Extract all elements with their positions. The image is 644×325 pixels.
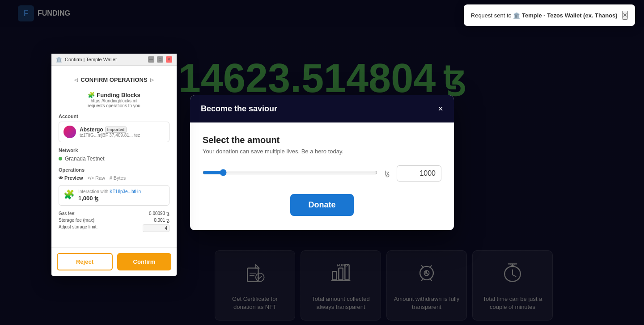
toast-text: Request sent to 🏛️ Temple - Tezos Wallet… [471, 12, 618, 19]
confirm-button[interactable]: Confirm [117, 253, 171, 270]
funding-blocks-req: requests operations to you [59, 103, 169, 108]
ops-item-icon: 🧩 [64, 189, 75, 200]
network-name: Granada Testnet [65, 156, 105, 162]
toast-wallet-name: Temple - Tezos Wallet (ex. Thanos) [522, 12, 618, 19]
saviour-select-label: Select the amount [203, 135, 441, 145]
fees-section: Gas fee: 0.00093 ꜩ Storage fee (max): 0.… [59, 210, 169, 233]
op-contract-link[interactable]: KT18p3e...btHn [110, 189, 141, 194]
gas-fee-label: Gas fee: [59, 211, 76, 216]
ops-item-content: Interaction with KT18p3e...btHn 1,000 ꜩ [78, 189, 165, 202]
network-section-label: Network [59, 148, 169, 153]
ops-tab-raw[interactable]: </> Raw [88, 175, 105, 181]
temple-titlebar: 🏛️ Confirm | Temple Wallet — □ ✕ [51, 54, 177, 66]
tez-icon: ꜩ [385, 169, 390, 177]
reject-button[interactable]: Reject [57, 253, 113, 270]
imported-badge: Imported [105, 127, 127, 133]
operation-item: 🧩 Interaction with KT18p3e...btHn 1,000 … [59, 185, 169, 206]
saviour-header: Become the saviour × [190, 95, 454, 122]
confirm-ops-label: CONFIRM OPERATIONS [80, 76, 147, 83]
adjust-storage-row: Adjust storage limit: [59, 224, 169, 233]
titlebar-minimize[interactable]: — [148, 56, 154, 63]
toast-message: Request sent to [471, 12, 512, 19]
operations-section-label: Operations [59, 167, 169, 173]
account-section-label: Account [59, 114, 169, 119]
temple-footer: Reject Confirm [51, 247, 177, 276]
temple-wallet-modal: 🏛️ Confirm | Temple Wallet — □ ✕ ◁ CONFI… [51, 54, 177, 276]
toast-wallet-icon: 🏛️ [513, 12, 522, 19]
adjust-storage-input[interactable] [143, 224, 169, 232]
storage-fee-label: Storage fee (max): [59, 218, 96, 223]
titlebar-left: 🏛️ Confirm | Temple Wallet [56, 57, 117, 63]
ops-tabs: 👁 Preview </> Raw # Bytes [59, 175, 169, 181]
toast-notification: Request sent to 🏛️ Temple - Tezos Wallet… [464, 4, 635, 26]
donation-slider[interactable] [203, 169, 377, 176]
adjust-storage-label: Adjust storage limit: [59, 224, 97, 232]
funding-blocks-icon: 🧩 [88, 92, 95, 98]
ops-tab-bytes[interactable]: # Bytes [110, 175, 126, 181]
arrow-right-icon: ▷ [150, 77, 154, 82]
preview-icon: 👁 [59, 176, 63, 181]
titlebar-close[interactable]: ✕ [166, 56, 172, 63]
storage-fee-row: Storage fee (max): 0.001 ꜩ [59, 217, 169, 224]
saviour-body: Select the amount Your donation can save… [190, 122, 454, 230]
toast-close-button[interactable]: × [622, 11, 628, 20]
account-info: Abstergo Imported tz1TifG...mjBF 37,409.… [80, 127, 140, 138]
saviour-description: Your donation can save multiple lives. B… [203, 148, 441, 155]
arrow-left-icon: ◁ [74, 77, 78, 82]
code-icon: </> [88, 176, 94, 181]
donate-button[interactable]: Donate [290, 194, 353, 216]
temple-body: ◁ CONFIRM OPERATIONS ▷ 🧩 Funding Blocks … [51, 66, 177, 247]
funding-blocks-url: https://fundingblocks.ml [59, 98, 169, 103]
saviour-close-button[interactable]: × [438, 104, 443, 113]
amount-input[interactable] [397, 165, 441, 181]
confirm-ops-header: ◁ CONFIRM OPERATIONS ▷ [59, 73, 169, 87]
bytes-icon: # [110, 176, 112, 181]
temple-title: Confirm | Temple Wallet [65, 57, 117, 62]
titlebar-maximize[interactable]: □ [157, 56, 163, 63]
ops-item-title: Interaction with KT18p3e...btHn [78, 189, 165, 194]
saviour-title: Become the saviour [201, 104, 277, 114]
network-status-dot [59, 157, 62, 160]
funding-blocks-name: 🧩 Funding Blocks [59, 92, 169, 98]
account-name: Abstergo Imported [80, 127, 140, 133]
storage-fee-value: 0.001 ꜩ [154, 218, 169, 223]
network-row: Granada Testnet [59, 156, 169, 162]
account-address: tz1TifG...mjBF 37,409.81... tez [80, 133, 140, 138]
gas-fee-value: 0.00093 ꜩ [149, 211, 169, 216]
ops-item-amount: 1,000 ꜩ [78, 195, 165, 202]
saviour-modal: Become the saviour × Select the amount Y… [190, 95, 454, 230]
donation-row: ꜩ [203, 165, 441, 181]
temple-favicon: 🏛️ [56, 57, 62, 63]
funding-blocks-info: 🧩 Funding Blocks https://fundingblocks.m… [59, 92, 169, 108]
account-avatar [64, 126, 76, 138]
slider-container [203, 169, 377, 178]
gas-fee-row: Gas fee: 0.00093 ꜩ [59, 210, 169, 217]
account-row: Abstergo Imported tz1TifG...mjBF 37,409.… [59, 122, 169, 142]
titlebar-controls: — □ ✕ [148, 56, 172, 63]
ops-tab-preview[interactable]: 👁 Preview [59, 175, 83, 181]
